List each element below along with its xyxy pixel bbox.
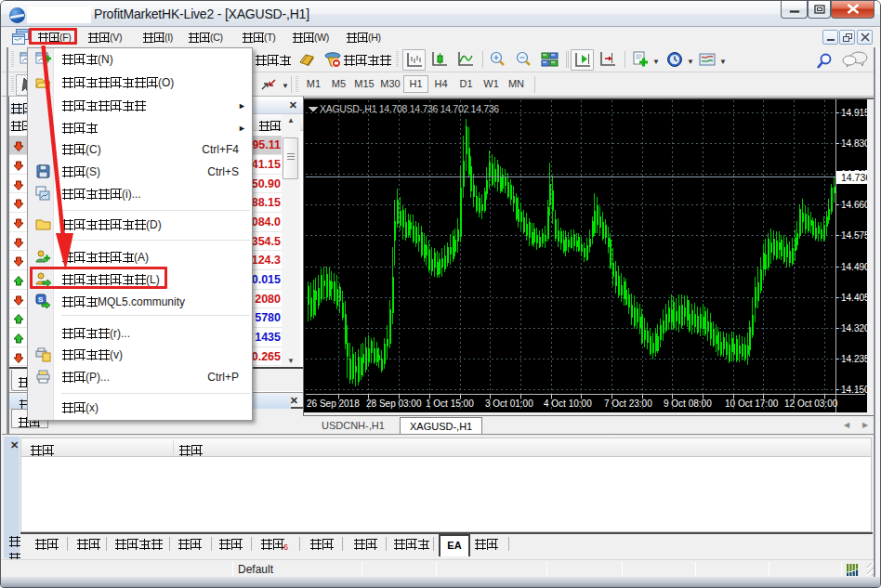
svg-text:1 Oct 15:00: 1 Oct 15:00 (426, 399, 474, 409)
svg-text:14.235: 14.235 (841, 354, 870, 364)
svg-text:14.660: 14.660 (841, 200, 870, 210)
svg-text:14.575: 14.575 (841, 230, 870, 241)
svg-text:14.490: 14.490 (841, 262, 870, 272)
svg-text:7 Oct 23:00: 7 Oct 23:00 (604, 399, 652, 409)
svg-text:14.915: 14.915 (841, 108, 870, 118)
svg-text:14.405: 14.405 (841, 293, 870, 303)
svg-text:10 Oct 17:00: 10 Oct 17:00 (725, 399, 779, 409)
svg-text:XAGUSD-,H1 14.708 14.736 14.7: XAGUSD-,H1 14.708 14.736 14.702 14.736 (320, 103, 499, 114)
svg-text:14.830: 14.830 (841, 138, 870, 149)
svg-text:28 Sep 03:00: 28 Sep 03:00 (366, 399, 422, 409)
svg-text:3 Oct 01:00: 3 Oct 01:00 (485, 399, 533, 409)
svg-text:S: S (38, 295, 44, 304)
svg-text:14.150: 14.150 (841, 385, 870, 395)
svg-text:12 Oct 03:00: 12 Oct 03:00 (784, 399, 838, 409)
svg-text:14.320: 14.320 (841, 323, 870, 333)
svg-text:14.736: 14.736 (841, 172, 871, 183)
svg-text:9 Oct 08:00: 9 Oct 08:00 (664, 399, 712, 409)
svg-text:4 Oct 10:00: 4 Oct 10:00 (544, 399, 592, 409)
svg-text:26 Sep 2018: 26 Sep 2018 (307, 399, 360, 409)
